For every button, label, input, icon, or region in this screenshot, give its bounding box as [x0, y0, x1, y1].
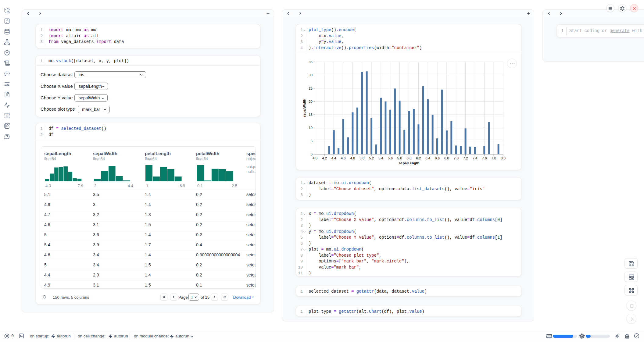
svg-text:7.2: 7.2 — [463, 156, 468, 160]
svg-text:6.0: 6.0 — [407, 156, 412, 160]
svg-text:10: 10 — [309, 126, 313, 130]
svg-text:6.6: 6.6 — [435, 156, 440, 160]
svg-text:6.8: 6.8 — [444, 156, 449, 160]
svg-text:7.8: 7.8 — [491, 156, 496, 160]
svg-text:7.6: 7.6 — [482, 156, 487, 160]
svg-text:sepalLength: sepalLength — [399, 161, 420, 165]
svg-text:4.0: 4.0 — [313, 156, 317, 160]
svg-text:4.2: 4.2 — [322, 156, 327, 160]
svg-text:4.4: 4.4 — [331, 156, 337, 160]
svg-text:8.0: 8.0 — [501, 156, 506, 160]
svg-text:0: 0 — [311, 152, 313, 156]
svg-text:7.4: 7.4 — [473, 156, 478, 160]
svg-text:6.4: 6.4 — [425, 156, 431, 160]
svg-text:25: 25 — [309, 87, 313, 90]
svg-text:30: 30 — [309, 73, 313, 77]
svg-text:5.6: 5.6 — [388, 156, 393, 160]
svg-text:5.0: 5.0 — [360, 156, 364, 160]
svg-text:5.8: 5.8 — [397, 156, 402, 160]
svg-text:15: 15 — [309, 113, 313, 116]
svg-text:6.2: 6.2 — [416, 156, 421, 160]
svg-text:4.8: 4.8 — [350, 156, 355, 160]
svg-text:5.4: 5.4 — [378, 156, 384, 160]
svg-text:7.0: 7.0 — [454, 156, 459, 160]
svg-text:5.2: 5.2 — [369, 156, 374, 160]
svg-text:4.6: 4.6 — [341, 156, 346, 160]
svg-text:5: 5 — [311, 139, 313, 143]
svg-text:20: 20 — [309, 100, 313, 103]
svg-text:sepalWidth: sepalWidth — [302, 99, 306, 117]
svg-text:35: 35 — [309, 60, 313, 64]
